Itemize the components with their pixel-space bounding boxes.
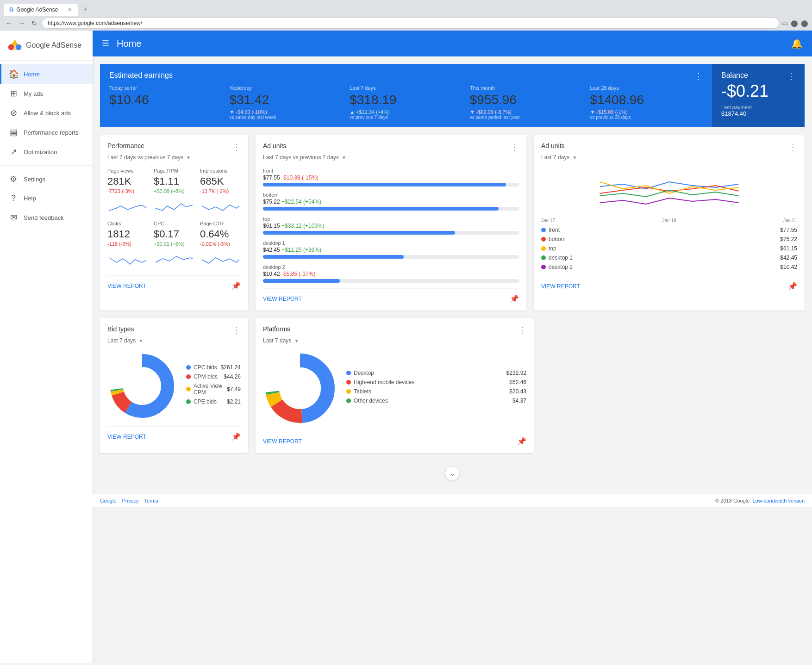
tab-title: Google AdSense (16, 6, 58, 13)
metric-page-rpm-label: Page RPM (154, 168, 194, 174)
performance-pin-icon[interactable]: 📌 (231, 281, 241, 290)
legend-dot-cpc (186, 365, 191, 370)
platforms-pin-icon[interactable]: 📌 (517, 437, 526, 446)
metric-page-ctr-change: -0.02% (-3%) (200, 241, 241, 247)
legend-item-desktop2: desktop 2 $10.42 (541, 264, 797, 270)
balance-more-button[interactable]: ⋮ (787, 71, 795, 81)
app-logo-text: Google AdSense (26, 41, 81, 50)
metric-clicks-label: Clicks (107, 221, 148, 226)
sidebar-logo: Google AdSense (0, 31, 93, 61)
performance-dropdown-arrow[interactable]: ▼ (186, 155, 191, 160)
browser-tab[interactable]: G Google AdSense ✕ (4, 4, 78, 16)
legend-value-cpe: $2.21 (227, 398, 241, 405)
earnings-strip: Estimated earnings ⋮ Today so far $10.46… (100, 64, 805, 127)
bid-types-subtitle: Last 7 days ▼ (107, 337, 241, 344)
legend-value-mobile: $52.46 (509, 379, 526, 385)
footer-copyright: © 2018 Google. Low-bandwidth version (715, 498, 805, 503)
sidebar-item-help[interactable]: ? Help (0, 189, 93, 208)
bid-types-donut: CPC bids $261.24 CPM bids $44.26 Active … (107, 351, 241, 421)
platforms-legend: Desktop $232.92 High-end mobile devices … (346, 370, 526, 407)
ad-units-chart-pin-icon[interactable]: 📌 (788, 282, 797, 291)
ad-units-chart-view-report-link[interactable]: VIEW REPORT (541, 283, 580, 290)
legend-label-active-view: Active View CPM (194, 383, 224, 396)
ad-units-more-button[interactable]: ⋮ (511, 142, 519, 152)
sidebar-item-my-ads[interactable]: ⊞ My ads (0, 84, 93, 103)
legend-dot-front (541, 228, 546, 232)
home-icon: 🏠 (9, 69, 18, 79)
ad-units-chart-dropdown[interactable]: ▼ (572, 155, 577, 160)
earnings-today-label: Today so far (109, 85, 222, 91)
chart-label-1: Jan 17 (541, 218, 555, 223)
earnings-yesterday: Yesterday $31.42 ▼ -$4.60 (-10%) vs same… (230, 85, 350, 120)
sidebar-item-performance[interactable]: ▤ Performance reports (0, 123, 93, 142)
metric-page-views-value: 281K (107, 175, 148, 187)
estimated-earnings-title: Estimated earnings (109, 71, 173, 80)
ad-units-view-report-link[interactable]: VIEW REPORT (263, 296, 302, 302)
bid-types-card: Bid types ⋮ Last 7 days ▼ (100, 318, 248, 453)
footer-link-privacy[interactable]: Privacy (122, 498, 138, 503)
back-button[interactable]: ← (4, 18, 14, 29)
refresh-button[interactable]: ↻ (30, 18, 39, 29)
legend-label-desktop: Desktop (354, 370, 504, 376)
earnings-yesterday-label: Yesterday (230, 85, 343, 91)
notification-bell-icon[interactable]: 🔔 (791, 38, 803, 49)
performance-view-report: VIEW REPORT 📌 (107, 275, 241, 290)
earnings-28days-sub: vs previous 28 days (590, 115, 703, 120)
platforms-more-button[interactable]: ⋮ (518, 325, 526, 336)
sidebar-item-home[interactable]: 🏠 Home (0, 64, 93, 84)
legend-dot-desktop (346, 371, 351, 375)
optimization-icon: ↗ (9, 147, 18, 157)
platform-other: Other devices $4.37 (346, 398, 526, 404)
ad-units-chart-more-button[interactable]: ⋮ (789, 142, 797, 152)
bid-types-chart-svg (107, 351, 177, 421)
legend-dot-top (541, 246, 546, 251)
legend-value-other: $4.37 (512, 398, 526, 404)
scroll-down-button[interactable]: ⌄ (445, 466, 460, 481)
platforms-dropdown[interactable]: ▼ (294, 338, 299, 343)
browser-chrome: G Google AdSense ✕ + ← → ↻ https://www.g… (0, 0, 812, 31)
footer-link-terms[interactable]: Terms (144, 498, 158, 503)
legend-dot-other (346, 398, 351, 403)
hamburger-button[interactable]: ☰ (102, 38, 109, 49)
bid-types-pin-icon[interactable]: 📌 (231, 432, 241, 441)
chevron-down-icon: ⌄ (450, 470, 455, 477)
performance-more-button[interactable]: ⋮ (232, 142, 241, 152)
forward-button[interactable]: → (17, 18, 27, 29)
address-bar[interactable]: https://www.google.com/adsense/new/ (42, 18, 779, 29)
bid-types-dropdown[interactable]: ▼ (138, 338, 143, 343)
close-tab-icon[interactable]: ✕ (68, 6, 72, 13)
earnings-more-button[interactable]: ⋮ (694, 71, 703, 81)
legend-value-tablets: $20.43 (509, 388, 526, 395)
legend-value-desktop1: $42.45 (780, 255, 797, 261)
ad-units-line-chart (541, 168, 797, 214)
sidebar-item-feedback[interactable]: ✉ Send feedback (0, 208, 93, 227)
performance-view-report-link[interactable]: VIEW REPORT (107, 283, 146, 289)
platforms-view-report-link[interactable]: VIEW REPORT (263, 438, 302, 445)
sidebar-item-allow-block[interactable]: ⊘ Allow & block ads (0, 103, 93, 123)
sidebar-item-settings[interactable]: ⚙ Settings (0, 169, 93, 189)
legend-value-bottom: $75.22 (780, 236, 797, 242)
balance-card: Balance ⋮ -$0.21 Last payment $1874.40 (712, 64, 805, 127)
sparkline-cpc (154, 249, 194, 268)
ad-units-pin-icon[interactable]: 📌 (510, 294, 519, 303)
metric-page-ctr-label: Page CTR (200, 221, 241, 226)
ad-units-dropdown-arrow[interactable]: ▼ (342, 155, 346, 160)
metric-cpc-value: $0.17 (154, 228, 194, 240)
bid-types-more-button[interactable]: ⋮ (232, 325, 241, 336)
sidebar-item-optimization[interactable]: ↗ Optimization (0, 142, 93, 162)
footer-link-google[interactable]: Google (100, 498, 116, 503)
browser-icon-2: ⬤ (791, 19, 798, 27)
new-tab-button[interactable]: + (78, 3, 93, 16)
legend-dot-tablets (346, 389, 351, 394)
cards-row-2: Bid types ⋮ Last 7 days ▼ (100, 318, 805, 453)
footer-low-bandwidth[interactable]: Low-bandwidth version (752, 498, 805, 503)
legend-label-mobile: High-end mobile devices (354, 379, 506, 385)
earnings-month: This month $955.96 ▼ -$62.09 (-8.7%) vs … (470, 85, 590, 120)
bid-types-view-report-link[interactable]: VIEW REPORT (107, 434, 146, 440)
sidebar-label-settings: Settings (24, 176, 45, 183)
sparkline-page-ctr (200, 249, 241, 268)
legend-label-front: front (549, 227, 777, 233)
ad-units-right-legend: front $77.55 bottom $75.22 top $61.15 (541, 227, 797, 270)
nav-divider (0, 165, 93, 166)
ad-unit-top: top $61.15 +$33.12 (+103%) (263, 216, 519, 235)
